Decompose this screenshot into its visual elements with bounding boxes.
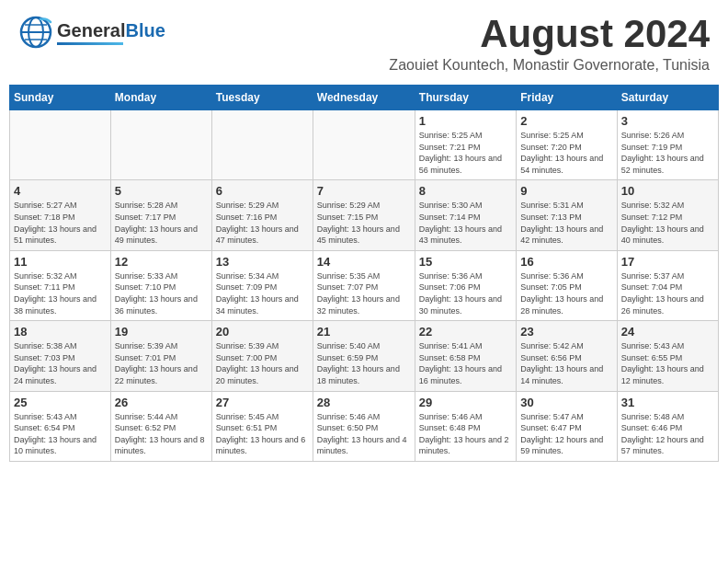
- day-number: 27: [216, 396, 309, 409]
- day-info: Sunrise: 5:32 AM Sunset: 7:11 PM Dayligh…: [14, 270, 107, 316]
- day-info: Sunrise: 5:48 AM Sunset: 6:46 PM Dayligh…: [621, 411, 714, 457]
- day-number: 31: [621, 396, 714, 409]
- calendar-week-row: 1Sunrise: 5:25 AM Sunset: 7:21 PM Daylig…: [10, 110, 719, 180]
- calendar-cell: [110, 110, 211, 180]
- day-number: 14: [317, 255, 411, 269]
- calendar-header-row: SundayMondayTuesdayWednesdayThursdayFrid…: [10, 86, 719, 110]
- day-info: Sunrise: 5:28 AM Sunset: 7:17 PM Dayligh…: [115, 200, 208, 246]
- day-info: Sunrise: 5:37 AM Sunset: 7:04 PM Dayligh…: [621, 270, 714, 316]
- header-monday: Monday: [110, 86, 211, 110]
- day-info: Sunrise: 5:27 AM Sunset: 7:18 PM Dayligh…: [14, 200, 107, 246]
- calendar-cell: 2Sunrise: 5:25 AM Sunset: 7:20 PM Daylig…: [517, 110, 617, 180]
- day-number: 19: [115, 325, 208, 339]
- calendar-week-row: 11Sunrise: 5:32 AM Sunset: 7:11 PM Dayli…: [10, 250, 719, 320]
- day-number: 30: [520, 396, 612, 409]
- day-info: Sunrise: 5:47 AM Sunset: 6:47 PM Dayligh…: [520, 411, 612, 457]
- day-number: 24: [621, 325, 714, 339]
- day-number: 8: [419, 184, 512, 198]
- location-subtitle: Zaouiet Kountech, Monastir Governorate, …: [389, 57, 710, 74]
- calendar-cell: 11Sunrise: 5:32 AM Sunset: 7:11 PM Dayli…: [10, 250, 111, 320]
- logo-general: General: [57, 20, 125, 40]
- calendar-cell: 27Sunrise: 5:45 AM Sunset: 6:51 PM Dayli…: [211, 391, 313, 461]
- calendar-cell: 21Sunrise: 5:40 AM Sunset: 6:59 PM Dayli…: [313, 321, 415, 391]
- day-info: Sunrise: 5:33 AM Sunset: 7:10 PM Dayligh…: [115, 270, 208, 316]
- calendar-cell: 17Sunrise: 5:37 AM Sunset: 7:04 PM Dayli…: [617, 250, 718, 320]
- day-info: Sunrise: 5:25 AM Sunset: 7:21 PM Dayligh…: [419, 130, 512, 176]
- day-info: Sunrise: 5:31 AM Sunset: 7:13 PM Dayligh…: [520, 200, 612, 246]
- day-info: Sunrise: 5:43 AM Sunset: 6:55 PM Dayligh…: [621, 340, 714, 386]
- calendar-cell: 26Sunrise: 5:44 AM Sunset: 6:52 PM Dayli…: [110, 391, 211, 461]
- day-info: Sunrise: 5:29 AM Sunset: 7:15 PM Dayligh…: [317, 200, 411, 246]
- day-number: 22: [419, 325, 512, 339]
- month-year-title: August 2024: [389, 15, 710, 53]
- calendar-cell: [10, 110, 111, 180]
- calendar-cell: 18Sunrise: 5:38 AM Sunset: 7:03 PM Dayli…: [10, 321, 111, 391]
- day-info: Sunrise: 5:46 AM Sunset: 6:48 PM Dayligh…: [419, 411, 512, 457]
- calendar-cell: 13Sunrise: 5:34 AM Sunset: 7:09 PM Dayli…: [211, 250, 313, 320]
- day-number: 7: [317, 184, 411, 198]
- calendar-cell: 10Sunrise: 5:32 AM Sunset: 7:12 PM Dayli…: [617, 180, 718, 250]
- calendar-cell: 23Sunrise: 5:42 AM Sunset: 6:56 PM Dayli…: [517, 321, 617, 391]
- calendar-cell: 28Sunrise: 5:46 AM Sunset: 6:50 PM Dayli…: [313, 391, 415, 461]
- day-number: 26: [115, 396, 208, 409]
- day-info: Sunrise: 5:44 AM Sunset: 6:52 PM Dayligh…: [115, 411, 208, 457]
- day-number: 29: [419, 396, 512, 409]
- day-info: Sunrise: 5:30 AM Sunset: 7:14 PM Dayligh…: [419, 200, 512, 246]
- calendar-table: SundayMondayTuesdayWednesdayThursdayFrid…: [9, 85, 719, 462]
- header-friday: Friday: [517, 86, 617, 110]
- calendar-cell: 5Sunrise: 5:28 AM Sunset: 7:17 PM Daylig…: [110, 180, 211, 250]
- day-info: Sunrise: 5:34 AM Sunset: 7:09 PM Dayligh…: [216, 270, 309, 316]
- calendar-cell: [313, 110, 415, 180]
- calendar-cell: [211, 110, 313, 180]
- header-thursday: Thursday: [415, 86, 516, 110]
- day-info: Sunrise: 5:42 AM Sunset: 6:56 PM Dayligh…: [520, 340, 612, 386]
- day-info: Sunrise: 5:45 AM Sunset: 6:51 PM Dayligh…: [216, 411, 309, 457]
- day-info: Sunrise: 5:35 AM Sunset: 7:07 PM Dayligh…: [317, 270, 411, 316]
- day-info: Sunrise: 5:29 AM Sunset: 7:16 PM Dayligh…: [216, 200, 309, 246]
- calendar-cell: 25Sunrise: 5:43 AM Sunset: 6:54 PM Dayli…: [10, 391, 111, 461]
- calendar-cell: 24Sunrise: 5:43 AM Sunset: 6:55 PM Dayli…: [617, 321, 718, 391]
- calendar-cell: 7Sunrise: 5:29 AM Sunset: 7:15 PM Daylig…: [313, 180, 415, 250]
- calendar-cell: 1Sunrise: 5:25 AM Sunset: 7:21 PM Daylig…: [415, 110, 516, 180]
- day-number: 23: [520, 325, 612, 339]
- calendar-cell: 16Sunrise: 5:36 AM Sunset: 7:05 PM Dayli…: [517, 250, 617, 320]
- day-info: Sunrise: 5:43 AM Sunset: 6:54 PM Dayligh…: [14, 411, 107, 457]
- day-info: Sunrise: 5:26 AM Sunset: 7:19 PM Dayligh…: [621, 130, 714, 176]
- day-number: 28: [317, 396, 411, 409]
- page-header: GeneralBlue August 2024 Zaouiet Kountech…: [0, 0, 728, 77]
- day-info: Sunrise: 5:25 AM Sunset: 7:20 PM Dayligh…: [520, 130, 612, 176]
- header-tuesday: Tuesday: [211, 86, 313, 110]
- calendar-cell: 6Sunrise: 5:29 AM Sunset: 7:16 PM Daylig…: [211, 180, 313, 250]
- day-number: 25: [14, 396, 107, 409]
- day-info: Sunrise: 5:38 AM Sunset: 7:03 PM Dayligh…: [14, 340, 107, 386]
- day-number: 2: [520, 114, 612, 128]
- day-number: 4: [14, 184, 107, 198]
- day-number: 1: [419, 114, 512, 128]
- day-info: Sunrise: 5:39 AM Sunset: 7:00 PM Dayligh…: [216, 340, 309, 386]
- logo: GeneralBlue: [18, 15, 165, 50]
- day-info: Sunrise: 5:36 AM Sunset: 7:06 PM Dayligh…: [419, 270, 512, 316]
- globe-icon: [18, 15, 53, 50]
- day-number: 9: [520, 184, 612, 198]
- day-number: 17: [621, 255, 714, 269]
- day-number: 13: [216, 255, 309, 269]
- logo-blue: Blue: [125, 20, 165, 40]
- header-wednesday: Wednesday: [313, 86, 415, 110]
- calendar-cell: 9Sunrise: 5:31 AM Sunset: 7:13 PM Daylig…: [517, 180, 617, 250]
- calendar-week-row: 4Sunrise: 5:27 AM Sunset: 7:18 PM Daylig…: [10, 180, 719, 250]
- calendar-cell: 20Sunrise: 5:39 AM Sunset: 7:00 PM Dayli…: [211, 321, 313, 391]
- day-number: 21: [317, 325, 411, 339]
- day-number: 18: [14, 325, 107, 339]
- calendar-cell: 12Sunrise: 5:33 AM Sunset: 7:10 PM Dayli…: [110, 250, 211, 320]
- day-number: 12: [115, 255, 208, 269]
- header-sunday: Sunday: [10, 86, 111, 110]
- calendar-cell: 8Sunrise: 5:30 AM Sunset: 7:14 PM Daylig…: [415, 180, 516, 250]
- day-number: 20: [216, 325, 309, 339]
- day-number: 10: [621, 184, 714, 198]
- day-info: Sunrise: 5:32 AM Sunset: 7:12 PM Dayligh…: [621, 200, 714, 246]
- calendar-cell: 31Sunrise: 5:48 AM Sunset: 6:46 PM Dayli…: [617, 391, 718, 461]
- day-info: Sunrise: 5:41 AM Sunset: 6:58 PM Dayligh…: [419, 340, 512, 386]
- calendar-cell: 22Sunrise: 5:41 AM Sunset: 6:58 PM Dayli…: [415, 321, 516, 391]
- calendar-cell: 30Sunrise: 5:47 AM Sunset: 6:47 PM Dayli…: [517, 391, 617, 461]
- calendar-cell: 19Sunrise: 5:39 AM Sunset: 7:01 PM Dayli…: [110, 321, 211, 391]
